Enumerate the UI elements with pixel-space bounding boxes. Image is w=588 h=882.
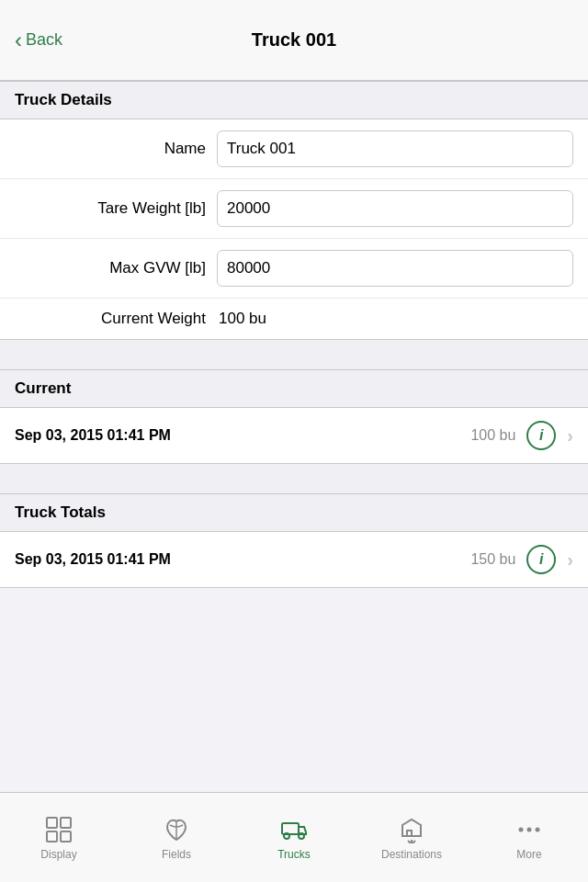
totals-chevron-icon: ›	[567, 549, 573, 571]
tab-destinations[interactable]: Destinations	[353, 793, 470, 882]
svg-rect-3	[61, 831, 71, 842]
current-weight-row: Current Weight 100 bu	[0, 299, 588, 339]
tab-bar: Display Fields Trucks	[0, 792, 588, 882]
name-row: Name	[0, 119, 588, 179]
totals-row-right: 150 bu i ›	[470, 545, 573, 574]
back-chevron-icon: ‹	[15, 29, 22, 51]
tab-more-label: More	[516, 848, 541, 861]
fields-icon	[162, 815, 191, 844]
current-list: Sep 03, 2015 01:41 PM 100 bu i ›	[0, 408, 588, 464]
name-label: Name	[15, 140, 217, 158]
tab-fields-label: Fields	[162, 848, 191, 861]
main-content: Truck Details Name Tare Weight [lb] Max …	[0, 81, 588, 680]
truck-totals-header: Truck Totals	[0, 493, 588, 532]
current-list-row[interactable]: Sep 03, 2015 01:41 PM 100 bu i ›	[0, 408, 588, 463]
tab-display-label: Display	[40, 848, 76, 861]
tab-fields[interactable]: Fields	[118, 793, 235, 882]
truck-details-form: Name Tare Weight [lb] Max GVW [lb] Curre…	[0, 119, 588, 340]
section-spacer-2	[0, 464, 588, 493]
back-label: Back	[26, 30, 62, 50]
current-row-value: 100 bu	[470, 427, 515, 444]
tab-display[interactable]: Display	[0, 793, 118, 882]
max-gvw-label: Max GVW [lb]	[15, 259, 217, 277]
svg-rect-0	[47, 818, 57, 828]
current-row-date: Sep 03, 2015 01:41 PM	[15, 427, 470, 444]
svg-point-7	[299, 833, 304, 839]
section-spacer-1	[0, 340, 588, 369]
destinations-icon	[397, 815, 426, 844]
current-row-right: 100 bu i ›	[470, 421, 573, 450]
current-chevron-icon: ›	[567, 425, 573, 447]
tab-trucks[interactable]: Trucks	[235, 793, 353, 882]
tare-weight-row: Tare Weight [lb]	[0, 179, 588, 239]
svg-rect-2	[47, 831, 57, 842]
svg-rect-1	[61, 818, 71, 828]
display-icon	[44, 815, 74, 844]
name-input[interactable]	[217, 130, 573, 167]
tab-more[interactable]: More	[470, 793, 588, 882]
totals-row-value: 150 bu	[470, 551, 515, 568]
nav-bar: ‹ Back Truck 001	[0, 0, 588, 81]
trucks-icon	[279, 815, 309, 844]
totals-info-icon[interactable]: i	[526, 545, 556, 574]
more-icon	[514, 815, 544, 844]
current-header: Current	[0, 369, 588, 408]
tare-weight-label: Tare Weight [lb]	[15, 199, 217, 218]
current-weight-value: 100 bu	[217, 310, 573, 328]
back-button[interactable]: ‹ Back	[15, 29, 62, 51]
svg-point-6	[284, 833, 289, 839]
truck-details-header: Truck Details	[0, 81, 588, 119]
svg-point-11	[527, 827, 532, 831]
tab-trucks-label: Trucks	[277, 848, 311, 861]
truck-totals-list: Sep 03, 2015 01:41 PM 150 bu i ›	[0, 532, 588, 588]
svg-point-12	[536, 827, 540, 831]
current-weight-label: Current Weight	[15, 310, 217, 328]
current-info-icon[interactable]: i	[526, 421, 556, 450]
totals-list-row[interactable]: Sep 03, 2015 01:41 PM 150 bu i ›	[0, 532, 588, 587]
max-gvw-input[interactable]	[217, 250, 573, 287]
svg-point-10	[519, 827, 524, 831]
svg-rect-5	[282, 823, 299, 834]
page-title: Truck 001	[252, 29, 336, 51]
max-gvw-row: Max GVW [lb]	[0, 239, 588, 299]
tab-destinations-label: Destinations	[381, 848, 442, 861]
totals-row-date: Sep 03, 2015 01:41 PM	[15, 551, 470, 568]
tare-weight-input[interactable]	[217, 190, 573, 227]
